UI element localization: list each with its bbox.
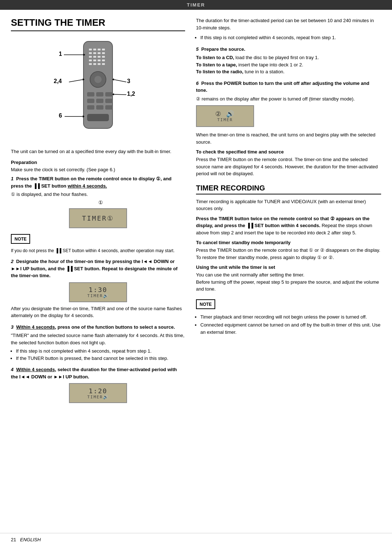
step-5-num: 5	[196, 46, 199, 52]
lcd-3-label: TIMER🔊	[87, 395, 109, 399]
note-1-content: If you do not press the ▐▐ SET button wi…	[11, 248, 185, 254]
step-1-title: 1 Press the TIMER button on the remote c…	[11, 175, 185, 189]
step-4-num: 4	[11, 367, 13, 372]
step-5-title-text: Prepare the source.	[201, 46, 245, 52]
step4-bullet: If this step is not completed within 4 s…	[200, 34, 381, 41]
svg-rect-12	[102, 56, 105, 58]
step-2-title: 2 Designate the hour of the timer-on tim…	[11, 258, 185, 279]
svg-rect-8	[102, 52, 105, 54]
svg-rect-3	[98, 49, 101, 50]
step-4-title: 4 Within 4 seconds, select the duration …	[11, 366, 185, 380]
remote-svg: 1 2,4 3 1,2 6	[51, 38, 145, 143]
svg-point-22	[94, 76, 102, 83]
svg-rect-20	[102, 63, 105, 65]
step-5-line-2: To listen to a tape, insert the tape int…	[196, 61, 381, 69]
header-banner: TIMER	[0, 0, 392, 10]
step-5-line-1: To listen to a CD, load the disc to be p…	[196, 54, 381, 61]
note-2-bullet-1: Timer playback and timer recording will …	[200, 313, 381, 321]
note-2-bullets: Timer playback and timer recording will …	[200, 313, 381, 336]
step-2: 2 Designate the hour of the timer-on tim…	[11, 258, 185, 319]
step-6-title-text: Press the POWER button to turn the unit …	[196, 81, 369, 93]
page: TIMER SETTING THE TIMER	[0, 0, 392, 546]
step-4: 4 Within 4 seconds, select the duration …	[11, 366, 185, 403]
svg-rect-26	[87, 99, 94, 103]
svg-rect-1	[89, 49, 92, 50]
lcd-3-time: 1:20	[89, 387, 107, 395]
svg-rect-27	[96, 99, 103, 103]
svg-rect-31	[105, 105, 113, 110]
cancel-heading: To cancel timer standby mode temporarily	[196, 240, 381, 245]
svg-line-40	[113, 79, 126, 82]
lcd-2-time: 1:30	[89, 286, 107, 293]
step-3-num: 3	[11, 324, 13, 330]
svg-rect-30	[96, 105, 103, 110]
svg-text:6: 6	[59, 112, 62, 119]
note-1-label: NOTE	[15, 237, 26, 242]
lcd-2-label: TIMER🔊	[87, 293, 109, 298]
step-3: 3 Within 4 seconds, press one of the fun…	[11, 324, 185, 362]
cancel-body: Press the TIMER button on the remote con…	[196, 247, 381, 261]
step-1-title-text: Press the TIMER button on the remote con…	[11, 176, 172, 189]
step-6-num: 6	[196, 81, 199, 86]
step-5-body: To listen to a CD, load the disc to be p…	[196, 54, 381, 75]
svg-rect-24	[96, 92, 103, 97]
note-1-container: NOTE If you do not press the ▐▐ SET butt…	[11, 231, 185, 254]
intro-text: The unit can be turned on at a specified…	[11, 148, 185, 155]
preparation-label: Preparation	[11, 160, 185, 165]
svg-text:3: 3	[127, 78, 130, 84]
using-body: You can use the unit normally after sett…	[196, 271, 381, 293]
main-content: SETTING THE TIMER	[0, 10, 392, 533]
svg-rect-7	[98, 52, 101, 54]
page-lang: ENGLISH	[20, 537, 41, 542]
lcd-display-3: 1:20 TIMER🔊	[69, 383, 127, 403]
note-2-bullet-2: Connected equipment cannot be turned on …	[200, 321, 381, 336]
step-2-num: 2	[11, 259, 13, 264]
svg-rect-16	[102, 59, 105, 61]
note-2-container: NOTE Timer playback and timer recording …	[196, 296, 381, 336]
step-1: 1 Press the TIMER button on the remote c…	[11, 175, 185, 254]
step-4-title-text: Within 4 seconds, select the duration fo…	[11, 367, 177, 379]
svg-rect-17	[89, 63, 92, 65]
svg-text:2,4: 2,4	[54, 78, 62, 84]
step-5-line-3: To listen to the radio, tune in to a sta…	[196, 68, 381, 75]
step-5-title: 5 Prepare the source.	[196, 46, 381, 53]
lcd-4-label: TIMER	[217, 118, 233, 122]
svg-rect-14	[93, 59, 96, 61]
left-column: SETTING THE TIMER	[11, 17, 185, 526]
step-1-num: 1	[11, 176, 13, 181]
step-3-bullet-1: If this step is not completed within 4 s…	[16, 348, 185, 355]
preparation-text: Make sure the clock is set correctly. (S…	[11, 166, 185, 173]
svg-rect-25	[105, 92, 113, 97]
lcd-display-1: TIMER①	[69, 208, 127, 228]
svg-rect-2	[93, 49, 96, 50]
svg-line-37	[69, 79, 83, 82]
svg-rect-32	[87, 114, 109, 121]
step-5: 5 Prepare the source. To listen to a CD,…	[196, 46, 381, 75]
svg-rect-18	[93, 63, 96, 65]
timer-recording-instruction: Press the TIMER button twice on the remo…	[196, 215, 381, 237]
right-column: The duration for the timer-activated per…	[196, 17, 381, 526]
lcd-4-text: ② 🔊	[215, 110, 235, 118]
step-3-title: 3 Within 4 seconds, press one of the fun…	[11, 324, 185, 331]
timer-recording-intro: Timer recording is applicable for TUNER …	[196, 198, 381, 212]
step-1-body: ① is displayed, and the hour flashes.	[11, 191, 185, 198]
svg-rect-28	[105, 99, 113, 103]
step4-bullet-list: If this step is not completed within 4 s…	[200, 34, 381, 41]
page-title: SETTING THE TIMER	[11, 17, 185, 31]
banner-title: TIMER	[187, 2, 205, 8]
note-2-box: NOTE	[196, 299, 215, 309]
svg-text:1,2: 1,2	[127, 91, 135, 97]
step-3-body: "TIMER" and the selected source name fla…	[11, 332, 185, 346]
step-6-body: ② remains on the display after the power…	[196, 95, 381, 103]
svg-rect-29	[87, 105, 94, 110]
step-3-bullets: If this step is not completed within 4 s…	[16, 348, 185, 362]
page-number: 21	[11, 537, 16, 542]
svg-rect-13	[89, 59, 92, 61]
svg-rect-4	[102, 49, 105, 50]
when-timer-text: When the timer-on time is reached, the u…	[196, 131, 381, 145]
timer-recording-title: TIMER RECORDING	[196, 184, 381, 194]
step-6-title: 6 Press the POWER button to turn the uni…	[196, 80, 381, 94]
svg-rect-19	[98, 63, 101, 65]
remote-illustration: 1 2,4 3 1,2 6	[11, 38, 185, 143]
step-2-title-text: Designate the hour of the timer-on time …	[11, 259, 177, 278]
